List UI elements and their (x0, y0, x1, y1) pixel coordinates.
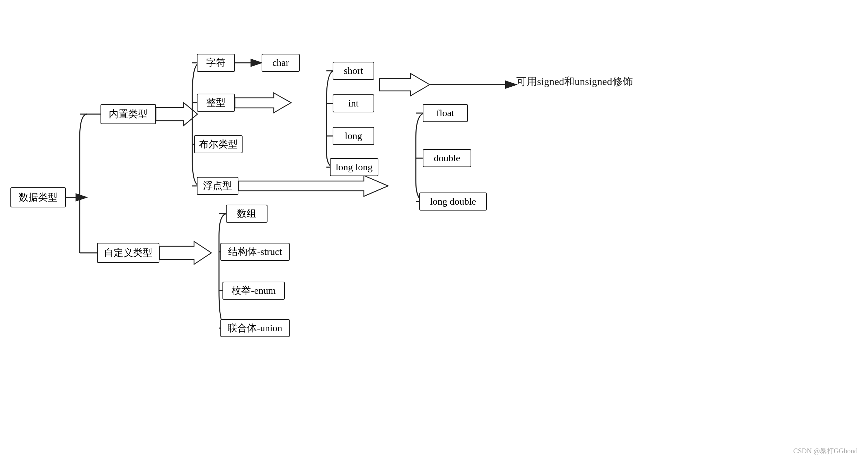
svg-marker-11 (235, 93, 291, 113)
builtin-node: 内置类型 (100, 104, 156, 124)
custom-node: 自定义类型 (97, 243, 159, 263)
float-node: 浮点型 (197, 177, 238, 195)
svg-marker-16 (238, 176, 388, 196)
char-node: 字符 (197, 54, 235, 72)
bool-node: 布尔类型 (194, 135, 243, 153)
signed-note: 可用signed和unsigned修饰 (516, 75, 633, 89)
int-node: 整型 (197, 94, 235, 112)
struct-node: 结构体-struct (220, 243, 290, 261)
longlong-val-node: long long (330, 158, 378, 176)
short-val-node: short (333, 62, 374, 80)
char-val-node: char (262, 54, 300, 72)
svg-marker-5 (156, 103, 198, 126)
longdouble-val-node: long double (419, 192, 487, 211)
enum-node: 枚举-enum (222, 282, 285, 300)
double-val-node: double (423, 149, 471, 167)
int-val-node: int (333, 94, 374, 112)
union-node: 联合体-union (220, 319, 290, 337)
svg-marker-22 (159, 241, 211, 264)
watermark: CSDN @暴打GGbond (793, 446, 858, 456)
svg-marker-20 (379, 74, 430, 96)
long-val-node: long (333, 127, 374, 145)
datatype-node: 数据类型 (10, 187, 66, 207)
arr-node: 数组 (226, 205, 268, 223)
float-val-node: float (423, 104, 468, 122)
